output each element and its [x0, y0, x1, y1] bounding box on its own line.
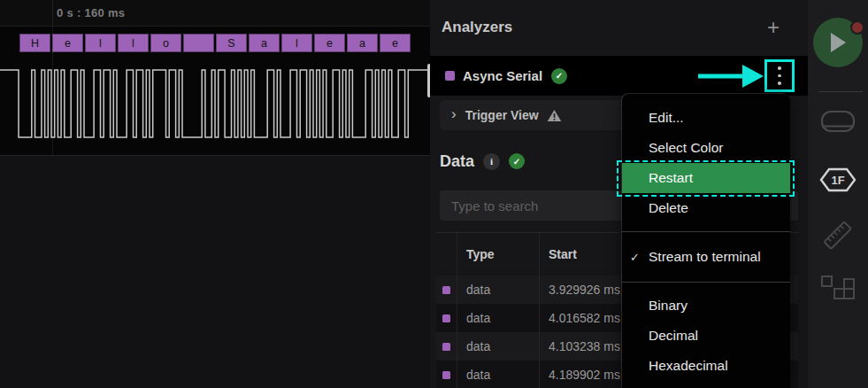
device-icon	[820, 110, 856, 135]
measurements-button[interactable]	[818, 218, 858, 253]
timeline-bar[interactable]: 0 s : 160 ms	[0, 0, 430, 27]
row-type-cell: data	[457, 275, 540, 304]
row-color-chip	[442, 343, 450, 351]
analyzers-panel-title: Analyzers	[442, 19, 512, 36]
svg-text:1F: 1F	[831, 174, 844, 187]
waveform-panel: 0 s : 160 ms HelloSaleae	[0, 0, 430, 388]
menu-item-label: Select Color	[649, 140, 723, 156]
analyzer-options-kebab-button[interactable]	[764, 59, 795, 92]
analyzer-status-check-icon: ✓	[551, 68, 567, 84]
menu-item-label: Restart	[649, 170, 693, 186]
serial-annotation-block: H	[19, 34, 50, 52]
menu-item-hexadecimal[interactable]: Hexadecimal	[622, 351, 790, 381]
menu-item-label: Hexadecimal	[649, 358, 728, 374]
row-color-cell	[436, 304, 457, 332]
extensions-button[interactable]	[818, 275, 858, 310]
play-icon	[829, 33, 847, 52]
menu-item-restart[interactable]: Restart	[622, 163, 790, 193]
data-section-header: Data i ✓	[440, 151, 525, 172]
trigger-view-label: Trigger View	[465, 108, 539, 122]
menu-item-label: Edit...	[649, 110, 684, 126]
ruler-icon	[820, 218, 856, 253]
menu-item-edit[interactable]: Edit...	[622, 103, 790, 133]
menu-item-binary[interactable]: Binary	[622, 291, 790, 321]
notification-dot	[850, 20, 864, 35]
menu-item-select-color[interactable]: Select Color	[622, 133, 790, 163]
data-status-check-icon: ✓	[509, 153, 525, 169]
serial-annotation-block: e	[314, 34, 345, 52]
row-type-cell: data	[457, 332, 540, 361]
data-section-title: Data	[440, 152, 474, 171]
serial-annotation-block: l	[85, 34, 116, 52]
row-color-cell	[436, 332, 457, 361]
device-settings-button[interactable]	[818, 105, 858, 140]
menu-item-label: Decimal	[649, 328, 698, 344]
menu-item-label: Delete	[649, 200, 688, 216]
kebab-dot	[778, 81, 781, 85]
menu-divider	[622, 282, 790, 283]
serial-annotation-block	[183, 34, 214, 52]
serial-annotation-block: l	[118, 34, 149, 52]
row-color-chip	[442, 314, 450, 322]
row-color-cell	[436, 361, 457, 388]
device-id-1f-icon: 1F	[818, 167, 857, 193]
capture-info-button[interactable]: 1F	[818, 162, 858, 198]
row-type-cell: data	[457, 361, 540, 388]
row-color-chip	[442, 371, 450, 379]
menu-divider	[622, 231, 790, 232]
timeline-cursor-label: 0 s : 160 ms	[57, 6, 125, 19]
analyzer-name: Async Serial	[463, 68, 542, 83]
add-analyzer-button[interactable]: +	[762, 16, 785, 39]
serial-annotation-block: e	[52, 34, 83, 52]
serial-annotation-block: l	[281, 34, 312, 52]
sidebar: 1F	[808, 0, 868, 388]
time-gridline	[52, 0, 53, 156]
serial-annotation-block: a	[347, 34, 378, 52]
row-color-cell	[436, 275, 457, 304]
menu-item-delete[interactable]: Delete	[622, 193, 790, 223]
serial-annotation-block: o	[150, 34, 181, 52]
info-icon[interactable]: i	[483, 153, 500, 170]
serial-annotation-block: a	[249, 34, 280, 52]
channel-waveform-canvas[interactable]: HelloSaleae	[0, 27, 430, 156]
sidebar-divider	[818, 91, 863, 92]
analyzer-context-menu: Edit...Select ColorRestartDelete✓Stream …	[622, 94, 790, 388]
annotation-arrow	[698, 65, 764, 88]
kebab-dot	[778, 74, 781, 78]
menu-item-label: Binary	[649, 298, 687, 314]
serial-annotation-block: e	[380, 34, 411, 52]
row-type-cell: data	[457, 304, 540, 332]
menu-item-decimal[interactable]: Decimal	[622, 321, 790, 351]
menu-item-stream-to-terminal[interactable]: ✓Stream to terminal	[622, 240, 790, 274]
menu-item-label: Stream to terminal	[649, 249, 761, 265]
chevron-right-icon: ›	[451, 105, 457, 123]
serial-annotation-block: S	[216, 34, 247, 52]
extensions-icon	[820, 275, 856, 310]
warning-icon	[547, 109, 562, 122]
checkmark-icon: ✓	[630, 251, 640, 264]
analyzer-color-chip	[445, 71, 455, 81]
kebab-dot	[778, 66, 781, 70]
row-color-chip	[442, 286, 450, 294]
type-column-header[interactable]: Type	[457, 233, 540, 275]
color-column-header	[436, 233, 457, 275]
